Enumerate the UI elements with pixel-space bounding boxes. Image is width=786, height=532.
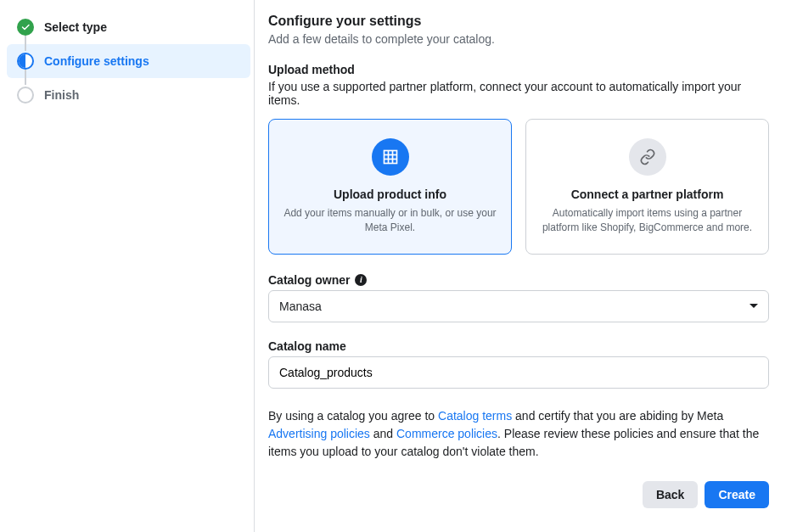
step-label: Finish: [44, 88, 79, 102]
back-button[interactable]: Back: [643, 481, 698, 508]
card-title: Upload product info: [283, 188, 497, 201]
page-subtitle: Add a few details to complete your catal…: [268, 32, 769, 46]
link-icon: [629, 138, 666, 176]
link-commerce-policies[interactable]: Commerce policies: [396, 427, 497, 440]
link-advertising-policies[interactable]: Advertising policies: [268, 427, 370, 440]
link-catalog-terms[interactable]: Catalog terms: [438, 409, 512, 423]
page-title: Configure your settings: [268, 14, 769, 29]
card-connect-partner-platform[interactable]: Connect a partner platform Automatically…: [525, 119, 769, 255]
empty-circle-icon: [17, 87, 34, 104]
label-text: Catalog owner: [268, 273, 350, 287]
step-configure-settings[interactable]: Configure settings: [7, 44, 250, 78]
upload-method-cards: Upload product info Add your items manua…: [268, 119, 769, 255]
catalog-name-label: Catalog name: [268, 339, 769, 353]
step-select-type[interactable]: Select type: [7, 10, 250, 44]
main-content: Configure your settings Add a few detail…: [255, 0, 786, 532]
steps-sidebar: Select type Configure settings Finish: [0, 0, 255, 532]
catalog-owner-label: Catalog owner i: [268, 273, 769, 287]
step-label: Configure settings: [44, 54, 149, 68]
card-desc: Automatically import items using a partn…: [540, 206, 755, 235]
info-icon[interactable]: i: [355, 274, 367, 286]
catalog-name-input[interactable]: [268, 356, 769, 389]
footer-actions: Back Create: [268, 481, 769, 508]
create-button[interactable]: Create: [705, 481, 769, 508]
legal-fragment: and: [370, 427, 396, 440]
svg-rect-0: [384, 151, 396, 164]
legal-fragment: By using a catalog you agree to: [268, 409, 438, 423]
check-icon: [17, 19, 34, 36]
grid-icon: [372, 138, 409, 176]
half-circle-icon: [17, 53, 34, 70]
card-upload-product-info[interactable]: Upload product info Add your items manua…: [268, 119, 512, 255]
select-value: Manasa: [279, 300, 322, 313]
step-label: Select type: [44, 20, 107, 34]
legal-text: By using a catalog you agree to Catalog …: [268, 407, 769, 461]
chevron-down-icon: [750, 304, 758, 308]
upload-method-desc: If you use a supported partner platform,…: [268, 80, 769, 107]
card-desc: Add your items manually or in bulk, or u…: [283, 206, 497, 235]
card-title: Connect a partner platform: [540, 188, 755, 201]
legal-fragment: and certify that you are abiding by Meta: [512, 409, 723, 423]
step-finish[interactable]: Finish: [7, 78, 250, 112]
upload-method-label: Upload method: [268, 63, 769, 76]
catalog-owner-select[interactable]: Manasa: [268, 290, 769, 322]
